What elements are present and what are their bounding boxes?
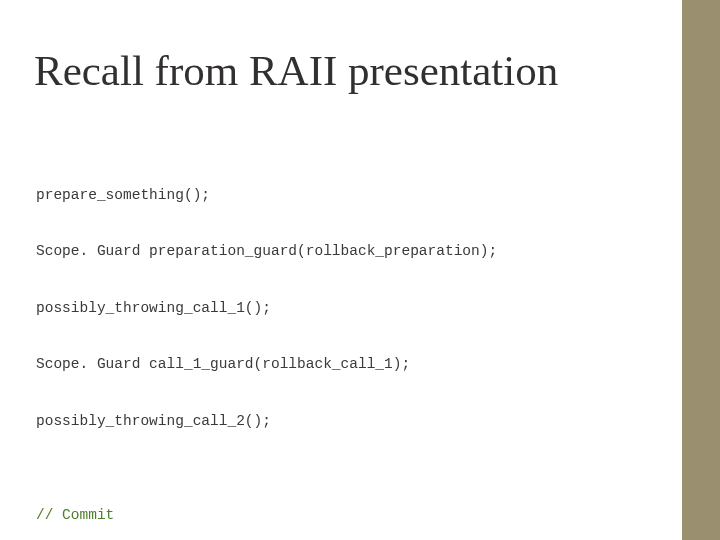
code-line: Scope. Guard call_1_guard(rollback_call_… [36,355,497,374]
slide-title: Recall from RAII presentation [34,48,558,93]
code-block: prepare_something(); Scope. Guard prepar… [36,148,497,540]
slide-accent-bar [682,0,720,540]
code-comment: // Commit [36,506,497,525]
code-line: possibly_throwing_call_2(); [36,412,497,431]
code-line: Scope. Guard preparation_guard(rollback_… [36,242,497,261]
slide: Recall from RAII presentation prepare_so… [0,0,720,540]
code-line: prepare_something(); [36,186,497,205]
code-line: possibly_throwing_call_1(); [36,299,497,318]
